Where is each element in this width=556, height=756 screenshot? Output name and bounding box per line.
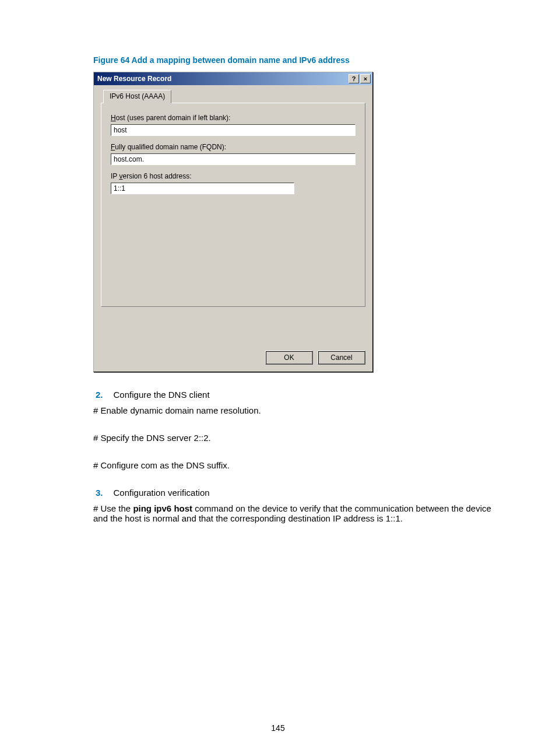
ipv6-label: IP version 6 host address:	[111, 172, 356, 180]
instruction-enable-dns: # Enable dynamic domain name resolution.	[93, 405, 498, 415]
tab-panel: Host (uses parent domain if left blank):…	[101, 103, 365, 307]
dialog-titlebar: New Resource Record ? ×	[94, 72, 372, 85]
instruction-dns-suffix: # Configure com as the DNS suffix.	[93, 460, 498, 470]
step-2: 2.Configure the DNS client	[93, 390, 498, 400]
step-3-number: 3.	[96, 488, 103, 498]
instruction-specify-server: # Specify the DNS server 2::2.	[93, 433, 498, 443]
instruction-ping-verify: # Use the ping ipv6 host command on the …	[93, 503, 498, 523]
dialog-window: New Resource Record ? × IPv6 Host (AAAA)…	[93, 72, 373, 372]
step-3-text: Configuration verification	[114, 488, 210, 498]
figure-caption: Figure 64 Add a mapping between domain n…	[93, 55, 498, 65]
step-2-number: 2.	[96, 390, 103, 400]
ipv6-address-input[interactable]	[111, 183, 294, 194]
help-icon[interactable]: ?	[349, 74, 359, 83]
close-icon[interactable]: ×	[360, 74, 371, 83]
dialog-title: New Resource Record	[97, 75, 171, 83]
host-label: Host (uses parent domain if left blank):	[111, 114, 356, 122]
cancel-button[interactable]: Cancel	[318, 351, 365, 365]
host-input[interactable]	[111, 124, 356, 136]
page-number: 145	[0, 723, 556, 733]
step-3: 3.Configuration verification	[93, 488, 498, 498]
fqdn-input[interactable]	[111, 153, 356, 165]
fqdn-label: Fully qualified domain name (FQDN):	[111, 143, 356, 151]
step-2-text: Configure the DNS client	[114, 390, 210, 400]
tab-ipv6-host[interactable]: IPv6 Host (AAAA)	[103, 90, 171, 103]
ok-button[interactable]: OK	[265, 351, 313, 365]
